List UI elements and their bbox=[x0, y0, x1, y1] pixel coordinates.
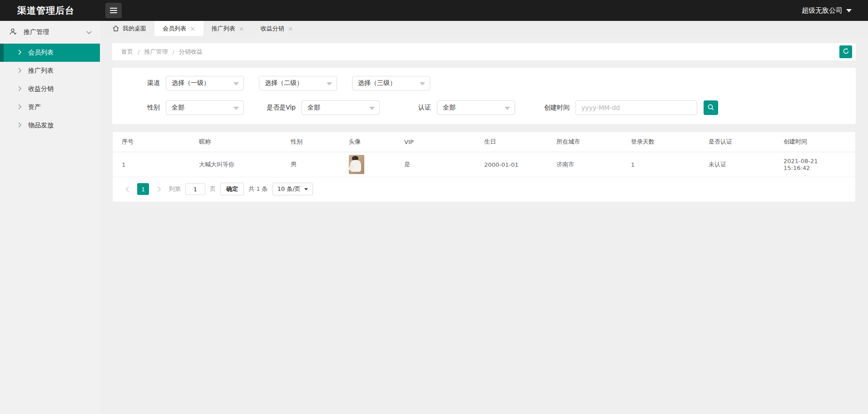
cell-nickname: 大喊大叫等你 bbox=[190, 152, 282, 177]
chevron-down-icon bbox=[420, 82, 425, 85]
page-size-select[interactable]: 10 条/页 bbox=[273, 183, 313, 195]
breadcrumb-separator: / bbox=[172, 49, 174, 55]
goto-page-input[interactable] bbox=[185, 183, 205, 195]
tab-promotion-list[interactable]: 推广列表 × bbox=[203, 21, 253, 36]
filter-row-attributes: 性别 全部 是否是Vip 全部 认证 全部 创建时间 bbox=[112, 100, 856, 115]
close-icon[interactable]: × bbox=[190, 25, 195, 32]
tab-my-desktop[interactable]: 我的桌面 bbox=[104, 21, 154, 36]
table-header-row: 序号 昵称 性别 头像 VIP 生日 所在城市 登录天数 是否认证 创建时间 bbox=[113, 132, 855, 152]
cell-birthday: 2000-01-01 bbox=[475, 152, 547, 177]
sidebar-item-revenue-distribution[interactable]: 收益分销 bbox=[0, 80, 100, 98]
tab-label: 收益分销 bbox=[260, 25, 284, 33]
col-index: 序号 bbox=[113, 132, 190, 152]
channel-level2-select[interactable]: 选择（二级） bbox=[259, 76, 337, 90]
gender-select[interactable]: 全部 bbox=[166, 100, 244, 115]
sidebar-item-item-grant[interactable]: 物品发放 bbox=[0, 116, 100, 135]
tab-label: 会员列表 bbox=[163, 25, 186, 33]
col-birthday: 生日 bbox=[475, 132, 547, 152]
chevron-down-icon bbox=[846, 9, 852, 12]
breadcrumb-promotion[interactable]: 推广管理 bbox=[144, 48, 168, 56]
chevron-down-icon bbox=[304, 188, 308, 190]
app-header: 渠道管理后台 超级无敌公司 bbox=[0, 0, 868, 21]
filter-panel: 渠道 选择（一级） 选择（二级） 选择（三级） 性别 bbox=[112, 68, 856, 124]
chevron-down-icon bbox=[86, 29, 92, 36]
created-time-label: 创建时间 bbox=[515, 104, 575, 112]
sidebar-item-label: 会员列表 bbox=[28, 49, 54, 57]
col-avatar: 头像 bbox=[340, 132, 395, 152]
chevron-down-icon bbox=[369, 107, 375, 110]
col-verified: 是否认证 bbox=[699, 132, 774, 152]
col-created-at: 创建时间 bbox=[774, 132, 855, 152]
channel-level1-select[interactable]: 选择（一级） bbox=[166, 76, 244, 90]
vip-select[interactable]: 全部 bbox=[302, 100, 380, 115]
search-icon bbox=[707, 104, 714, 112]
app-title: 渠道管理后台 bbox=[0, 5, 100, 17]
gender-label: 性别 bbox=[112, 104, 166, 112]
col-city: 所在城市 bbox=[547, 132, 622, 152]
next-page-button[interactable] bbox=[154, 183, 164, 195]
created-time-input[interactable] bbox=[575, 100, 697, 115]
company-menu[interactable]: 超级无敌公司 bbox=[802, 6, 868, 15]
cell-city: 济南市 bbox=[547, 152, 622, 177]
cell-vip: 是 bbox=[395, 152, 475, 177]
pagination: 1 到第 页 确定 共 1 条 10 条/页 bbox=[113, 177, 855, 202]
sidebar: 推广管理 会员列表 推广列表 收益分销 资 bbox=[0, 21, 100, 414]
verify-label: 认证 bbox=[380, 104, 437, 112]
breadcrumb-separator: / bbox=[138, 49, 139, 55]
chevron-right-icon bbox=[18, 85, 22, 93]
close-icon[interactable]: × bbox=[288, 25, 293, 32]
sidebar-item-label: 物品发放 bbox=[28, 121, 54, 130]
sidebar-item-promotion-list[interactable]: 推广列表 bbox=[0, 62, 100, 80]
cell-login-days: 1 bbox=[622, 152, 699, 177]
breadcrumb: 首页 / 推广管理 / 分销收益 bbox=[121, 48, 203, 56]
cell-avatar bbox=[340, 152, 395, 177]
page-unit-label: 页 bbox=[210, 185, 216, 193]
tab-revenue-distribution[interactable]: 收益分销 × bbox=[252, 21, 301, 36]
chevron-down-icon bbox=[505, 107, 510, 110]
breadcrumb-current: 分销收益 bbox=[179, 48, 203, 56]
prev-page-button[interactable] bbox=[122, 183, 133, 195]
sidebar-item-assets[interactable]: 资产 bbox=[0, 98, 100, 116]
tab-member-list[interactable]: 会员列表 × bbox=[154, 21, 203, 36]
tab-label: 推广列表 bbox=[212, 25, 235, 33]
select-value: 全部 bbox=[172, 104, 184, 112]
col-login-days: 登录天数 bbox=[622, 132, 699, 152]
vip-label: 是否是Vip bbox=[244, 104, 302, 112]
chevron-right-icon bbox=[18, 104, 22, 111]
cell-gender: 男 bbox=[282, 152, 340, 177]
confirm-button[interactable]: 确定 bbox=[220, 183, 244, 195]
user-icon bbox=[9, 28, 17, 37]
page-1-button[interactable]: 1 bbox=[137, 183, 149, 195]
sidebar-item-member-list[interactable]: 会员列表 bbox=[0, 44, 100, 62]
close-icon[interactable]: × bbox=[239, 25, 244, 32]
select-value: 选择（三级） bbox=[358, 79, 396, 87]
sidebar-item-label: 收益分销 bbox=[28, 85, 54, 93]
chevron-right-icon bbox=[18, 122, 22, 129]
chevron-down-icon bbox=[233, 82, 239, 85]
breadcrumb-home[interactable]: 首页 bbox=[121, 48, 133, 56]
select-value: 选择（一级） bbox=[172, 79, 210, 87]
chevron-down-icon bbox=[327, 82, 332, 85]
cell-verified: 未认证 bbox=[699, 152, 774, 177]
sidebar-group-promotion[interactable]: 推广管理 bbox=[0, 21, 100, 44]
search-button[interactable] bbox=[704, 100, 718, 115]
col-gender: 性别 bbox=[282, 132, 340, 152]
cell-index: 1 bbox=[113, 152, 190, 177]
goto-label: 到第 bbox=[169, 185, 181, 193]
cell-created-at: 2021-08-21 15:16:42 bbox=[774, 152, 855, 177]
select-value: 全部 bbox=[443, 104, 456, 112]
sidebar-group-label: 推广管理 bbox=[24, 28, 49, 36]
verify-select[interactable]: 全部 bbox=[437, 100, 515, 115]
table-row: 1 大喊大叫等你 男 是 2000-01-01 bbox=[113, 152, 855, 177]
col-nickname: 昵称 bbox=[190, 132, 282, 152]
avatar[interactable] bbox=[349, 155, 364, 174]
page-size-value: 10 条/页 bbox=[278, 185, 301, 193]
total-count-label: 共 1 条 bbox=[248, 185, 268, 193]
sidebar-item-label: 推广列表 bbox=[28, 67, 54, 75]
channel-level3-select[interactable]: 选择（三级） bbox=[352, 76, 430, 90]
company-name: 超级无敌公司 bbox=[802, 6, 843, 15]
home-icon bbox=[113, 25, 119, 31]
hamburger-icon bbox=[110, 8, 117, 13]
refresh-button[interactable] bbox=[839, 45, 852, 58]
sidebar-toggle-button[interactable] bbox=[105, 3, 122, 18]
